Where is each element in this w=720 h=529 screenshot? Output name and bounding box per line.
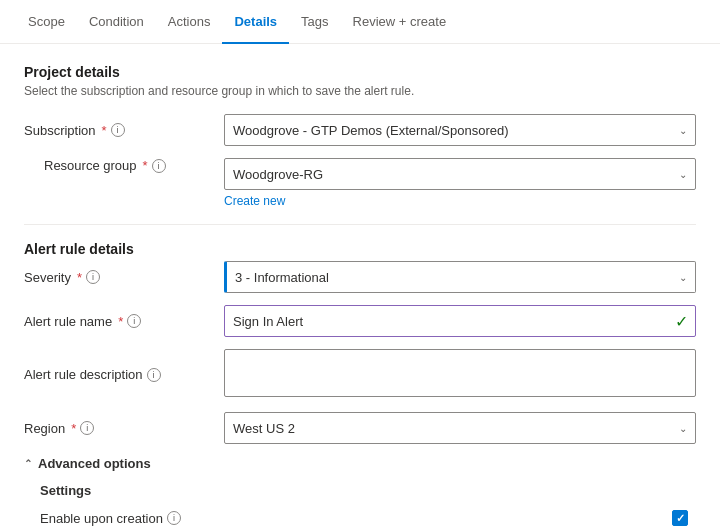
- project-details-subtitle: Select the subscription and resource gro…: [24, 84, 696, 98]
- alert-rule-description-label: Alert rule description i: [24, 367, 224, 382]
- resource-group-row: Resource group * i Woodgrove-RG ⌄ Create…: [24, 158, 696, 208]
- alert-rule-name-info-icon[interactable]: i: [127, 314, 141, 328]
- project-details-section: Project details Select the subscription …: [24, 64, 696, 208]
- nav-tab-details[interactable]: Details: [222, 0, 289, 44]
- advanced-options-chevron-icon: ⌃: [24, 458, 32, 469]
- advanced-options-header[interactable]: ⌃ Advanced options: [24, 456, 696, 471]
- nav-tab-scope[interactable]: Scope: [16, 0, 77, 44]
- advanced-options-section: ⌃ Advanced options Settings Enable upon …: [24, 456, 696, 529]
- nav-tab-condition[interactable]: Condition: [77, 0, 156, 44]
- main-content: Project details Select the subscription …: [0, 44, 720, 529]
- alert-rule-name-label: Alert rule name * i: [24, 314, 224, 329]
- enable-upon-creation-info-icon[interactable]: i: [167, 511, 181, 525]
- settings-title: Settings: [24, 483, 696, 498]
- subscription-info-icon[interactable]: i: [111, 123, 125, 137]
- alert-rule-description-row: Alert rule description i: [24, 349, 696, 400]
- alert-rule-name-row: Alert rule name * i ✓: [24, 305, 696, 337]
- alert-rule-name-input[interactable]: [224, 305, 696, 337]
- resource-group-info-icon[interactable]: i: [152, 159, 166, 173]
- severity-row: Severity * i 3 - Informational ⌄: [24, 261, 696, 293]
- enable-upon-creation-label: Enable upon creation i: [40, 511, 664, 526]
- resource-group-dropdown[interactable]: Woodgrove-RG ⌄: [224, 158, 696, 190]
- subscription-row: Subscription * i Woodgrove - GTP Demos (…: [24, 114, 696, 146]
- resource-group-label: Resource group * i: [44, 158, 224, 173]
- project-details-title: Project details: [24, 64, 696, 80]
- region-chevron-icon: ⌄: [679, 423, 687, 434]
- region-dropdown[interactable]: West US 2 ⌄: [224, 412, 696, 444]
- alert-rule-description-input[interactable]: [224, 349, 696, 397]
- alert-rule-description-info-icon[interactable]: i: [147, 368, 161, 382]
- region-info-icon[interactable]: i: [80, 421, 94, 435]
- severity-info-icon[interactable]: i: [86, 270, 100, 284]
- alert-rule-details-title: Alert rule details: [24, 241, 696, 257]
- nav-tab-actions[interactable]: Actions: [156, 0, 223, 44]
- nav-tab-tags[interactable]: Tags: [289, 0, 340, 44]
- checkbox-row-enable-upon-creation: Enable upon creation i: [24, 510, 696, 526]
- nav-tabs: ScopeConditionActionsDetailsTagsReview +…: [0, 0, 720, 44]
- subscription-chevron-icon: ⌄: [679, 125, 687, 136]
- subscription-label: Subscription * i: [24, 123, 224, 138]
- region-label: Region * i: [24, 421, 224, 436]
- severity-dropdown[interactable]: 3 - Informational ⌄: [224, 261, 696, 293]
- alert-rule-details-section: Alert rule details Severity * i 3 - Info…: [24, 241, 696, 444]
- severity-chevron-icon: ⌄: [679, 272, 687, 283]
- region-row: Region * i West US 2 ⌄: [24, 412, 696, 444]
- enable-upon-creation-checkbox[interactable]: [672, 510, 688, 526]
- severity-label: Severity * i: [24, 270, 224, 285]
- create-new-link[interactable]: Create new: [224, 194, 696, 208]
- alert-rule-name-check-icon: ✓: [675, 312, 688, 331]
- resource-group-chevron-icon: ⌄: [679, 169, 687, 180]
- nav-tab-review-create[interactable]: Review + create: [341, 0, 459, 44]
- subscription-dropdown[interactable]: Woodgrove - GTP Demos (External/Sponsore…: [224, 114, 696, 146]
- checkbox-rows: Enable upon creation iAutomatically reso…: [24, 510, 696, 529]
- section-divider-1: [24, 224, 696, 225]
